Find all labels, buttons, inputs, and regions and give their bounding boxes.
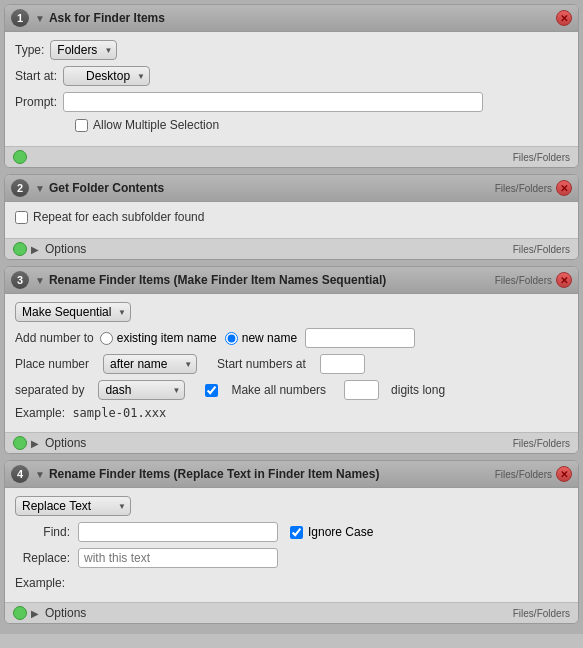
options-row-2[interactable]: ▶ Options bbox=[31, 242, 86, 256]
number-options-row: Place number after name before name Star… bbox=[15, 354, 568, 374]
block-ask-finder-items: 1 ▼ Ask for Finder Items ✕ Type: Folders… bbox=[4, 4, 579, 168]
startat-select[interactable]: Desktop Home bbox=[63, 66, 150, 86]
existing-radio[interactable] bbox=[100, 332, 113, 345]
replace-row: Replace: bbox=[15, 548, 568, 568]
mode-select-3[interactable]: Make Sequential Replace Text bbox=[15, 302, 131, 322]
close-button-1[interactable]: ✕ bbox=[556, 10, 572, 26]
block-3-header: 3 ▼ Rename Finder Items (Make Finder Ite… bbox=[5, 267, 578, 294]
block-4-title: Rename Finder Items (Replace Text in Fin… bbox=[49, 467, 495, 481]
separated-select-wrap: dash underscore space none bbox=[98, 380, 185, 400]
collapse-icon-1[interactable]: ▼ bbox=[35, 13, 45, 24]
close-button-2[interactable]: ✕ bbox=[556, 180, 572, 196]
status-dot-2 bbox=[13, 242, 27, 256]
allow-multiple-checkbox[interactable] bbox=[75, 119, 88, 132]
place-number-select[interactable]: after name before name bbox=[103, 354, 197, 374]
repeat-checkbox[interactable] bbox=[15, 211, 28, 224]
options-label-3: Options bbox=[45, 436, 86, 450]
collapse-icon-3[interactable]: ▼ bbox=[35, 275, 45, 286]
start-numbers-input[interactable]: 1 bbox=[320, 354, 365, 374]
block-2-footer-left: ▶ Options bbox=[13, 242, 513, 256]
block-3-number: 3 bbox=[11, 271, 29, 289]
type-select[interactable]: Folders Files bbox=[50, 40, 117, 60]
block-3-footer-tag: Files/Folders bbox=[513, 438, 570, 449]
example-label-4: Example: bbox=[15, 576, 65, 590]
example-row-3: Example: sample-01.xxx bbox=[15, 406, 568, 420]
collapse-icon-4[interactable]: ▼ bbox=[35, 469, 45, 480]
close-button-4[interactable]: ✕ bbox=[556, 466, 572, 482]
new-name-label: new name bbox=[242, 331, 297, 345]
make-all-checkbox[interactable] bbox=[205, 384, 218, 397]
place-number-label: Place number bbox=[15, 357, 89, 371]
collapse-icon-2[interactable]: ▼ bbox=[35, 183, 45, 194]
repeat-label: Repeat for each subfolder found bbox=[33, 210, 204, 224]
make-all-label: Make all numbers bbox=[231, 383, 326, 397]
existing-label: existing item name bbox=[117, 331, 217, 345]
ignore-case-checkbox[interactable] bbox=[290, 526, 303, 539]
type-row: Type: Folders Files bbox=[15, 40, 568, 60]
block-get-folder-contents: 2 ▼ Get Folder Contents Files/Folders ✕ … bbox=[4, 174, 579, 260]
new-name-input[interactable]: sample bbox=[305, 328, 415, 348]
replace-input[interactable] bbox=[78, 548, 278, 568]
start-numbers-label: Start numbers at bbox=[217, 357, 306, 371]
find-input[interactable]: sample- bbox=[78, 522, 278, 542]
mode-select-4[interactable]: Replace Text Make Sequential bbox=[15, 496, 131, 516]
block-1-title: Ask for Finder Items bbox=[49, 11, 572, 25]
block-4-header-tag: Files/Folders bbox=[495, 469, 552, 480]
options-triangle-3: ▶ bbox=[31, 438, 39, 449]
prompt-input[interactable]: Choose a Finder Item: bbox=[63, 92, 483, 112]
block-1-number: 1 bbox=[11, 9, 29, 27]
block-2-header: 2 ▼ Get Folder Contents Files/Folders ✕ bbox=[5, 175, 578, 202]
block-2-footer-tag: Files/Folders bbox=[513, 244, 570, 255]
digits-label: digits long bbox=[391, 383, 445, 397]
block-2-title: Get Folder Contents bbox=[49, 181, 495, 195]
ignore-case-label: Ignore Case bbox=[308, 525, 373, 539]
options-triangle-2: ▶ bbox=[31, 244, 39, 255]
startat-row: Start at: Desktop Home bbox=[15, 66, 568, 86]
block-3-footer: ▶ Options Files/Folders bbox=[5, 432, 578, 453]
block-4-header: 4 ▼ Rename Finder Items (Replace Text in… bbox=[5, 461, 578, 488]
add-number-label: Add number to bbox=[15, 331, 94, 345]
place-number-select-wrap: after name before name bbox=[103, 354, 197, 374]
close-button-3[interactable]: ✕ bbox=[556, 272, 572, 288]
mode-select-wrap-3: Make Sequential Replace Text bbox=[15, 302, 131, 322]
block-2-number: 2 bbox=[11, 179, 29, 197]
prompt-row: Prompt: Choose a Finder Item: bbox=[15, 92, 568, 112]
radio-group: existing item name new name sample bbox=[100, 328, 415, 348]
digits-input[interactable]: 2 bbox=[344, 380, 379, 400]
startat-label: Start at: bbox=[15, 69, 57, 83]
block-4-number: 4 bbox=[11, 465, 29, 483]
existing-option[interactable]: existing item name bbox=[100, 331, 217, 345]
block-1-footer: Files/Folders bbox=[5, 146, 578, 167]
status-dot-4 bbox=[13, 606, 27, 620]
example-label-3: Example: bbox=[15, 406, 65, 420]
prompt-label: Prompt: bbox=[15, 95, 57, 109]
separated-select[interactable]: dash underscore space none bbox=[98, 380, 185, 400]
block-1-footer-tag: Files/Folders bbox=[513, 152, 570, 163]
options-triangle-4: ▶ bbox=[31, 608, 39, 619]
options-label-4: Options bbox=[45, 606, 86, 620]
block-3-footer-left: ▶ Options bbox=[13, 436, 513, 450]
block-4-body: Replace Text Make Sequential Find: sampl… bbox=[5, 488, 578, 602]
separated-row: separated by dash underscore space none … bbox=[15, 380, 568, 400]
mode-select-wrap-4: Replace Text Make Sequential bbox=[15, 496, 131, 516]
block-4-footer-left: ▶ Options bbox=[13, 606, 513, 620]
allow-multiple-row: Allow Multiple Selection bbox=[15, 118, 568, 132]
options-label-2: Options bbox=[45, 242, 86, 256]
find-label: Find: bbox=[15, 525, 70, 539]
status-dot-3 bbox=[13, 436, 27, 450]
block-rename-replace: 4 ▼ Rename Finder Items (Replace Text in… bbox=[4, 460, 579, 624]
new-name-option[interactable]: new name bbox=[225, 331, 297, 345]
repeat-row: Repeat for each subfolder found bbox=[15, 210, 568, 224]
block-1-footer-left bbox=[13, 150, 513, 164]
workflow-container: 1 ▼ Ask for Finder Items ✕ Type: Folders… bbox=[0, 0, 583, 634]
block-1-header: 1 ▼ Ask for Finder Items ✕ bbox=[5, 5, 578, 32]
replace-label: Replace: bbox=[15, 551, 70, 565]
block-rename-sequential: 3 ▼ Rename Finder Items (Make Finder Ite… bbox=[4, 266, 579, 454]
ignore-case-group: Ignore Case bbox=[290, 525, 373, 539]
options-row-3[interactable]: ▶ Options bbox=[31, 436, 86, 450]
options-row-4[interactable]: ▶ Options bbox=[31, 606, 86, 620]
block-1-body: Type: Folders Files Start at: Desktop Ho… bbox=[5, 32, 578, 146]
startat-select-wrap: Desktop Home bbox=[63, 66, 150, 86]
example-row-4: Example: bbox=[15, 576, 568, 590]
new-name-radio[interactable] bbox=[225, 332, 238, 345]
